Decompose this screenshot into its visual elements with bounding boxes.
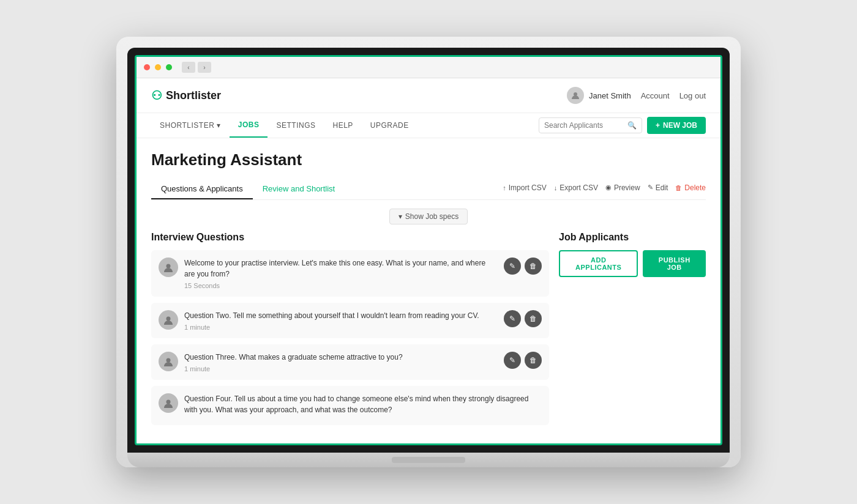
laptop-shell: ‹ › ⚇ Shortlister (116, 37, 741, 467)
avatar (159, 352, 178, 371)
forward-arrow[interactable]: › (198, 62, 211, 73)
question-actions: ✎ 🗑 (504, 352, 542, 369)
edit-question-button[interactable]: ✎ (504, 310, 521, 327)
avatar (159, 258, 178, 277)
avatar (567, 87, 584, 104)
question-content: Question Four. Tell us about a time you … (184, 393, 542, 418)
search-box: 🔍 (539, 117, 642, 133)
question-content: Question Two. Tell me something about yo… (184, 310, 498, 331)
navbar: Shortlister JOBS SETTINGS HELP UPGRADE 🔍 (137, 113, 720, 138)
preview-label: Preview (614, 183, 640, 192)
table-row: Question Four. Tell us about a time you … (151, 386, 549, 425)
avatar (159, 310, 178, 330)
tab-questions-applicants[interactable]: Questions & Applicants (151, 179, 253, 199)
applicants-panel: Job Applicants ADD APPLICANTS PUBLISH JO… (559, 232, 706, 431)
search-input[interactable] (544, 121, 624, 130)
edit-question-button[interactable]: ✎ (504, 258, 521, 275)
table-row: Question Three. What makes a graduate sc… (151, 344, 549, 380)
edit-label: Edit (656, 183, 668, 192)
user-name: Janet Smith (589, 91, 631, 100)
shortlister-dropdown-icon (217, 121, 221, 130)
header-right: Janet Smith Account Log out (567, 87, 706, 104)
export-csv-label: Export CSV (559, 183, 598, 192)
sidebar-item-settings[interactable]: SETTINGS (268, 114, 324, 137)
edit-button[interactable]: ✎ Edit (648, 183, 668, 192)
new-job-icon: + (656, 121, 660, 130)
minimize-dot[interactable] (155, 64, 161, 70)
export-icon: ↓ (554, 184, 558, 191)
delete-button[interactable]: 🗑 Delete (675, 183, 706, 192)
sidebar-item-help[interactable]: HELP (324, 114, 362, 137)
show-job-specs-label: Show Job specs (405, 212, 458, 221)
question-actions: ✎ 🗑 (504, 310, 542, 327)
question-actions: ✎ 🗑 (504, 258, 542, 275)
question-text: Welcome to your practise interview. Let'… (184, 258, 498, 280)
screen-border: ‹ › ⚇ Shortlister (127, 48, 730, 453)
questions-panel: Interview Questions Welcome to your prac… (151, 232, 549, 431)
export-csv-button[interactable]: ↓ Export CSV (554, 183, 598, 192)
sidebar-item-upgrade[interactable]: UPGRADE (362, 114, 417, 137)
logo-text: Shortlister (166, 89, 221, 102)
nav-right: 🔍 + NEW JOB (539, 117, 706, 134)
maximize-dot[interactable] (166, 64, 172, 70)
close-dot[interactable] (144, 64, 150, 70)
user-info: Janet Smith (567, 87, 631, 104)
page-content: Marketing Assistant Questions & Applican… (137, 138, 720, 443)
question-text: Question Three. What makes a graduate sc… (184, 352, 498, 363)
account-link[interactable]: Account (641, 91, 670, 100)
edit-icon: ✎ (648, 183, 653, 191)
table-row: Question Two. Tell me something about yo… (151, 303, 549, 338)
window-chrome: ‹ › (137, 57, 720, 78)
avatar (159, 393, 178, 413)
new-job-label: NEW JOB (663, 121, 697, 130)
question-duration: 15 Seconds (184, 282, 498, 289)
question-text: Question Four. Tell us about a time you … (184, 393, 542, 415)
sidebar-item-jobs[interactable]: JOBS (230, 113, 268, 138)
question-text: Question Two. Tell me something about yo… (184, 310, 498, 321)
preview-icon: ◉ (605, 183, 612, 191)
import-icon: ↑ (503, 184, 506, 191)
interview-questions-title: Interview Questions (151, 232, 549, 243)
delete-icon: 🗑 (675, 184, 682, 191)
delete-label: Delete (684, 183, 706, 192)
import-csv-label: Import CSV (509, 183, 547, 192)
page-title: Marketing Assistant (151, 150, 706, 169)
logo-icon: ⚇ (151, 88, 162, 103)
svg-point-1 (167, 264, 171, 269)
table-row: Welcome to your practise interview. Let'… (151, 250, 549, 297)
main-layout: Interview Questions Welcome to your prac… (151, 232, 706, 431)
add-applicants-button[interactable]: ADD APPLICANTS (559, 250, 638, 277)
search-icon: 🔍 (627, 121, 637, 130)
back-arrow[interactable]: ‹ (182, 62, 195, 73)
panel-buttons: ADD APPLICANTS PUBLISH JOB (559, 250, 706, 277)
new-job-button[interactable]: + NEW JOB (647, 117, 706, 134)
svg-point-4 (167, 400, 171, 404)
delete-question-button[interactable]: 🗑 (525, 352, 542, 369)
nav-arrows: ‹ › (182, 62, 211, 73)
import-csv-button[interactable]: ↑ Import CSV (503, 183, 547, 192)
laptop-base (127, 453, 730, 467)
trackpad (392, 457, 465, 463)
question-content: Welcome to your practise interview. Let'… (184, 258, 498, 289)
question-duration: 1 minute (184, 324, 498, 331)
laptop-screen: ‹ › ⚇ Shortlister (135, 55, 722, 445)
delete-question-button[interactable]: 🗑 (525, 310, 542, 327)
show-job-specs-container: ▾ Show Job specs (151, 209, 706, 224)
show-job-specs-button[interactable]: ▾ Show Job specs (389, 209, 468, 224)
preview-button[interactable]: ◉ Preview (605, 183, 640, 192)
question-content: Question Three. What makes a graduate sc… (184, 352, 498, 372)
tabs-right: ↑ Import CSV ↓ Export CSV ◉ Preview (503, 183, 706, 196)
delete-question-button[interactable]: 🗑 (525, 258, 542, 275)
tabs-left: Questions & Applicants Review and Shortl… (151, 179, 345, 199)
tab-review-shortlist[interactable]: Review and Shortlist (253, 179, 345, 199)
tabs-row: Questions & Applicants Review and Shortl… (151, 179, 706, 200)
svg-point-2 (167, 317, 171, 321)
job-applicants-title: Job Applicants (559, 232, 706, 243)
svg-point-3 (167, 358, 171, 363)
edit-question-button[interactable]: ✎ (504, 352, 521, 369)
sidebar-item-shortlister[interactable]: Shortlister (151, 114, 230, 137)
logout-link[interactable]: Log out (679, 91, 706, 100)
app-container: ⚇ Shortlister Janet Smith Account Log ou… (137, 78, 720, 443)
publish-job-button[interactable]: PUBLISH JOB (643, 250, 706, 277)
question-duration: 1 minute (184, 365, 498, 372)
